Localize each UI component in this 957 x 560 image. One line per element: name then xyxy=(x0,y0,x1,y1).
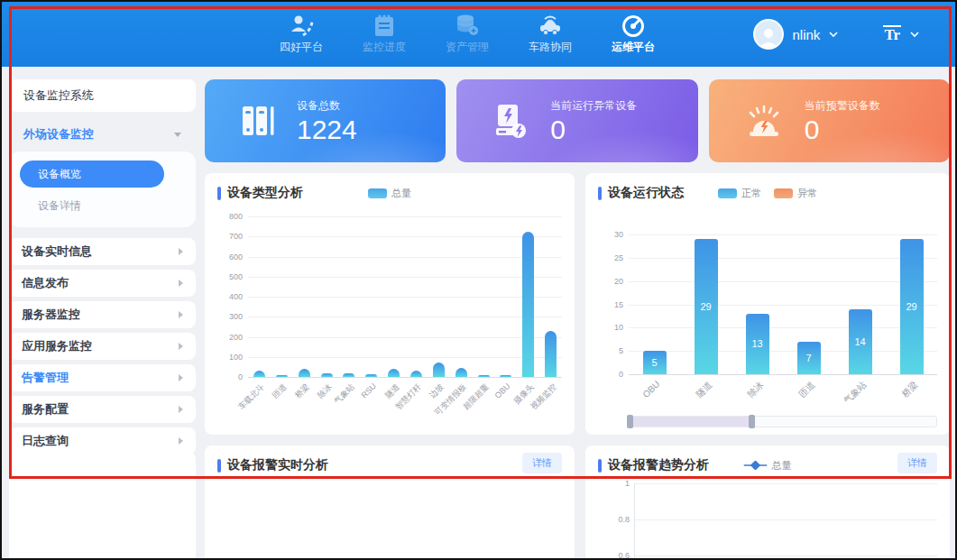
sidebar-item-realtime-info[interactable]: 设备实时信息 xyxy=(9,238,196,265)
bar-group: 13除冰 xyxy=(732,234,783,374)
nav-item-monitor-progress[interactable]: 监控进度 xyxy=(355,14,413,55)
chart-datazoom-slider[interactable] xyxy=(629,416,937,427)
sidebar-item-device-detail[interactable]: 设备详情 xyxy=(20,195,185,216)
sidebar-group-outfield-devices[interactable]: 外场设备监控 xyxy=(9,123,196,146)
connected-car-icon xyxy=(537,14,564,37)
bar-group: 隧道 xyxy=(382,216,405,377)
nav-item-vehicle-road[interactable]: 车路协同 xyxy=(521,14,579,55)
chart-title: 设备类型分析 xyxy=(227,185,303,201)
bar-车载北斗[interactable] xyxy=(253,371,265,377)
bar-气象站[interactable] xyxy=(343,373,354,377)
chart-card-device-type: 设备类型分析 总量 0100200300400500600700800车载北斗匝… xyxy=(205,173,575,435)
sidebar-item-device-overview[interactable]: 设备概览 xyxy=(20,161,164,188)
y-axis-tick-label: 0.8 xyxy=(604,515,630,524)
legend-item-normal[interactable]: 正常 xyxy=(718,187,761,200)
y-axis-tick-label: 25 xyxy=(598,253,623,262)
legend-item-total[interactable]: 总量 xyxy=(368,187,411,200)
x-axis-label: 隧道 xyxy=(693,379,714,400)
datazoom-right-handle[interactable] xyxy=(749,415,755,428)
y-axis-tick-label: 0.6 xyxy=(604,551,630,560)
bar-气象站[interactable]: 14 xyxy=(849,309,872,374)
x-axis-label: 气象站 xyxy=(332,381,357,407)
sidebar-item-service-config[interactable]: 服务配置 xyxy=(9,396,196,423)
sidebar-system-title[interactable]: 设备监控系统 xyxy=(9,79,196,112)
bar-series: 5OBU29隧道13除冰7匝道14气象站29桥梁 xyxy=(629,234,937,374)
datazoom-left-handle[interactable] xyxy=(627,415,633,428)
y-axis-tick-label: 1 xyxy=(604,479,630,488)
nav-item-ops-platform[interactable]: 运维平台 xyxy=(604,14,662,55)
bar-除冰[interactable] xyxy=(321,373,333,377)
bar-group: 可变情报板 xyxy=(450,216,473,377)
bar-匝道[interactable] xyxy=(276,375,288,377)
chart-title: 设备报警趋势分析 xyxy=(608,457,709,473)
device-type-bar-chart[interactable]: 0100200300400500600700800车载北斗匝道桥梁除冰气象站RS… xyxy=(248,216,562,377)
device-status-bar-chart[interactable]: 0510152025305OBU29隧道13除冰7匝道14气象站29桥梁 xyxy=(629,234,937,374)
bar-value-label: 13 xyxy=(751,338,762,349)
x-axis-label: 匝道 xyxy=(271,381,290,401)
y-axis-tick-label: 200 xyxy=(217,333,243,342)
x-axis-label: RSU xyxy=(359,381,378,400)
sidebar-filler xyxy=(9,452,196,558)
bar-隧道[interactable] xyxy=(388,369,400,377)
sidebar-item-app-service-monitor[interactable]: 应用服务监控 xyxy=(9,333,196,360)
bar-可变情报板[interactable] xyxy=(455,368,467,377)
y-axis-tick-label: 5 xyxy=(598,346,623,355)
bottom-charts-row: 设备报警实时分析 详情 设备报警趋势分析 总量 xyxy=(205,445,950,560)
bar-隧道[interactable]: 29 xyxy=(695,239,718,374)
chevron-down-icon[interactable] xyxy=(910,30,919,39)
bar-OBU[interactable] xyxy=(500,375,511,377)
x-axis-label: 车载北斗 xyxy=(236,381,268,413)
y-axis-tick-label: 30 xyxy=(598,230,623,239)
bar-group: 除冰 xyxy=(316,216,338,377)
bar-智慧灯杆[interactable] xyxy=(410,371,422,377)
bar-除冰[interactable]: 13 xyxy=(746,314,769,374)
bar-超限超重[interactable] xyxy=(478,375,490,377)
bar-桥梁[interactable] xyxy=(299,369,310,377)
user-avatar[interactable] xyxy=(753,19,784,50)
sidebar-item-alarm-management[interactable]: 告警管理 xyxy=(9,364,196,391)
nav-item-asset-management[interactable]: 资产管理 xyxy=(438,14,496,55)
bar-匝道[interactable]: 7 xyxy=(797,342,821,374)
bar-group: 29桥梁 xyxy=(886,234,937,374)
sidebar: 设备监控系统 外场设备监控 设备概览 设备详情 设备实时信息 信息发布 服务器监… xyxy=(9,79,196,558)
clipboard-icon xyxy=(373,14,395,37)
charts-row: 设备类型分析 总量 0100200300400500600700800车载北斗匝… xyxy=(205,173,950,435)
legend-item-abnormal[interactable]: 异常 xyxy=(774,187,817,200)
legend-item-total[interactable]: 总量 xyxy=(744,459,792,473)
bar-value-label: 29 xyxy=(906,301,916,312)
sidebar-item-info-publish[interactable]: 信息发布 xyxy=(9,270,196,297)
chart-legend: 总量 xyxy=(744,459,792,473)
stat-value: 0 xyxy=(550,115,637,144)
sidebar-item-log-query[interactable]: 日志查询 xyxy=(9,427,196,454)
stat-label: 当前运行异常设备 xyxy=(550,98,637,114)
bar-OBU[interactable]: 5 xyxy=(643,351,667,374)
main-nav: 四好平台 监控进度 资产管理 xyxy=(272,2,662,67)
bar-视频监控[interactable] xyxy=(545,331,557,377)
detail-button[interactable]: 详情 xyxy=(897,453,937,473)
bar-RSU[interactable] xyxy=(365,374,377,377)
y-axis-tick-label: 15 xyxy=(598,300,623,309)
chart-title: 设备报警实时分析 xyxy=(227,457,328,473)
sidebar-item-server-monitor[interactable]: 服务器监控 xyxy=(9,301,196,328)
chevron-right-icon xyxy=(179,280,183,287)
bar-value-label: 29 xyxy=(700,301,711,312)
bar-桥梁[interactable]: 29 xyxy=(900,239,924,374)
font-size-tool[interactable]: Tr xyxy=(883,25,901,43)
gridline xyxy=(635,555,937,556)
chart-card-device-status: 设备运行状态 正常 异常 0510152025305OBU29隧道13除冰7匝道… xyxy=(585,173,950,435)
x-axis-label: OBU xyxy=(493,381,512,400)
device-library-icon xyxy=(239,101,277,141)
gridline xyxy=(629,374,937,375)
bar-group: 7匝道 xyxy=(783,234,834,374)
nav-item-sihao-platform[interactable]: 四好平台 xyxy=(272,14,330,55)
y-axis-tick-label: 700 xyxy=(217,232,243,241)
chart-card-alarm-realtime: 设备报警实时分析 详情 xyxy=(205,445,575,560)
title-marker xyxy=(217,459,221,473)
alarm-trend-line-chart[interactable]: 10.80.6 xyxy=(634,483,937,560)
detail-button[interactable]: 详情 xyxy=(522,453,562,473)
bar-group: 29隧道 xyxy=(680,234,732,374)
bar-group: 桥梁 xyxy=(293,216,316,377)
bar-边坡[interactable] xyxy=(433,363,445,377)
chevron-down-icon[interactable] xyxy=(829,30,838,39)
bar-摄像头[interactable] xyxy=(522,232,534,377)
